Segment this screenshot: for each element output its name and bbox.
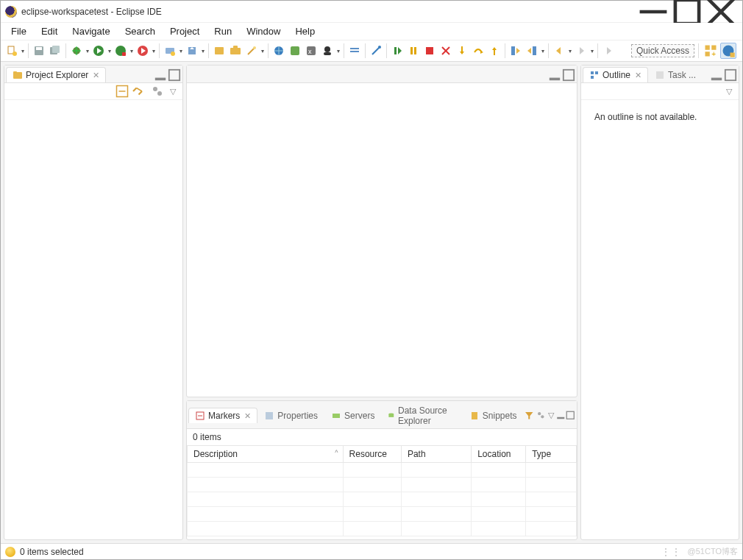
publish-dropdown[interactable]: ▾ <box>200 43 206 59</box>
coverage-dropdown[interactable]: ▾ <box>129 43 135 59</box>
project-explorer-tab[interactable]: Project Explorer ✕ <box>6 67 106 82</box>
markers-minimize-button[interactable] <box>556 409 566 422</box>
web-browser-button[interactable] <box>271 43 287 59</box>
jsp-button[interactable] <box>287 43 303 59</box>
toggle-breadcrumb-button[interactable] <box>346 43 363 59</box>
col-resource[interactable]: Resource <box>343 446 401 463</box>
back-history-button[interactable] <box>551 43 567 59</box>
markers-filter-button[interactable] <box>525 409 534 422</box>
run-dropdown[interactable]: ▾ <box>107 43 113 59</box>
disconnect-button[interactable] <box>438 43 454 59</box>
col-description[interactable]: Description^ <box>188 446 344 463</box>
minimize-view-button[interactable] <box>154 68 167 82</box>
svg-point-37 <box>378 46 381 49</box>
markers-menu-button[interactable]: ▽ <box>546 409 555 422</box>
menu-navigate[interactable]: Navigate <box>65 24 117 39</box>
col-location[interactable]: Location <box>472 446 526 463</box>
svg-rect-74 <box>389 414 394 417</box>
properties-tab[interactable]: Properties <box>257 408 324 423</box>
run-last-button[interactable] <box>135 43 151 59</box>
outline-maximize-button[interactable] <box>724 68 737 82</box>
menu-window[interactable]: Window <box>239 24 288 39</box>
menu-project[interactable]: Project <box>163 24 207 39</box>
save-button[interactable] <box>31 43 47 59</box>
new-button[interactable] <box>4 43 20 59</box>
quick-access[interactable]: Quick Access <box>631 44 694 57</box>
maximize-view-button[interactable] <box>168 68 181 82</box>
new-java-project-button[interactable] <box>211 43 227 59</box>
editor-area <box>186 65 577 397</box>
markers-maximize-button[interactable] <box>566 409 575 422</box>
col-path[interactable]: Path <box>401 446 471 463</box>
col-type[interactable]: Type <box>526 446 577 463</box>
forward-history-dropdown[interactable]: ▾ <box>589 43 595 59</box>
filters-button[interactable] <box>151 85 164 98</box>
markers-config-button[interactable] <box>536 409 546 422</box>
menu-search[interactable]: Search <box>118 24 163 39</box>
back-history-dropdown[interactable]: ▾ <box>567 43 573 59</box>
publish-button[interactable] <box>184 43 200 59</box>
run-button[interactable] <box>90 43 107 59</box>
new-server-button[interactable] <box>162 43 178 59</box>
menu-edit[interactable]: Edit <box>34 24 65 39</box>
new-server-dropdown[interactable]: ▾ <box>178 43 184 59</box>
javaee-perspective-button[interactable] <box>720 43 736 59</box>
svg-rect-33 <box>324 52 331 55</box>
view-menu-button[interactable]: ▽ <box>166 85 179 98</box>
open-type-button[interactable] <box>227 43 243 59</box>
markers-tab[interactable]: Markers ✕ <box>188 408 257 423</box>
workbench: Project Explorer ✕ ▽ <box>1 62 742 543</box>
markers-table[interactable]: Description^ Resource Path Location Type <box>187 445 577 536</box>
resume-button[interactable] <box>389 43 405 59</box>
maximize-button[interactable] <box>670 1 704 23</box>
link-with-editor-button[interactable] <box>131 85 144 98</box>
servers-tab[interactable]: Servers <box>324 408 381 423</box>
statusbar: 0 items selected ⋮⋮ @51CTO博客 <box>1 543 742 559</box>
next-annotation-button[interactable] <box>508 43 524 59</box>
outline-tab[interactable]: Outline ✕ <box>583 67 648 82</box>
xml-button[interactable]: x <box>303 43 319 59</box>
debug-button[interactable] <box>68 43 85 59</box>
step-into-button[interactable] <box>454 43 470 59</box>
annotation-dropdown[interactable]: ▾ <box>540 43 546 59</box>
search-wand-dropdown[interactable]: ▾ <box>260 43 266 59</box>
outline-menu-button[interactable]: ▽ <box>722 85 736 98</box>
run-last-dropdown[interactable]: ▾ <box>151 43 157 59</box>
collapse-all-button[interactable] <box>115 85 129 98</box>
prev-annotation-button[interactable] <box>524 43 540 59</box>
minimize-button[interactable] <box>636 1 670 23</box>
step-over-button[interactable] <box>470 43 486 59</box>
editor-body[interactable] <box>187 83 577 397</box>
data-source-explorer-tab[interactable]: Data Source Explorer <box>381 403 462 428</box>
outline-close-icon[interactable]: ✕ <box>635 71 641 80</box>
save-all-button[interactable] <box>47 43 63 59</box>
task-list-tab[interactable]: Task ... <box>648 67 703 82</box>
snippets-tab[interactable]: Snippets <box>463 408 524 423</box>
open-perspective-button[interactable]: + <box>703 43 719 59</box>
app-window: eclipse-workspacetest - Eclipse IDE File… <box>0 0 743 560</box>
suspend-button[interactable] <box>405 43 422 59</box>
markers-close-icon[interactable]: ✕ <box>244 411 251 421</box>
team-dropdown[interactable]: ▾ <box>335 43 341 59</box>
debug-dropdown[interactable]: ▾ <box>85 43 90 59</box>
svg-rect-7 <box>36 47 42 50</box>
menu-help[interactable]: Help <box>288 24 322 39</box>
team-button[interactable] <box>319 43 335 59</box>
menu-run[interactable]: Run <box>207 24 239 39</box>
editor-minimize-button[interactable] <box>548 68 561 82</box>
search-wand-button[interactable] <box>243 43 260 59</box>
editor-maximize-button[interactable] <box>562 68 575 82</box>
new-dropdown[interactable]: ▾ <box>20 43 26 59</box>
pin-editor-button[interactable] <box>368 43 384 59</box>
tip-bulb-icon[interactable] <box>5 547 15 557</box>
forward-history-button[interactable] <box>573 43 589 59</box>
menu-file[interactable]: File <box>4 24 34 39</box>
project-explorer-close-icon[interactable]: ✕ <box>93 71 99 80</box>
outline-minimize-button[interactable] <box>710 68 723 82</box>
step-return-button[interactable] <box>486 43 502 59</box>
project-explorer-body[interactable] <box>4 100 182 539</box>
last-edit-location-button[interactable] <box>600 43 616 59</box>
coverage-button[interactable] <box>113 43 129 59</box>
terminate-button[interactable] <box>422 43 438 59</box>
close-button[interactable] <box>704 1 738 23</box>
